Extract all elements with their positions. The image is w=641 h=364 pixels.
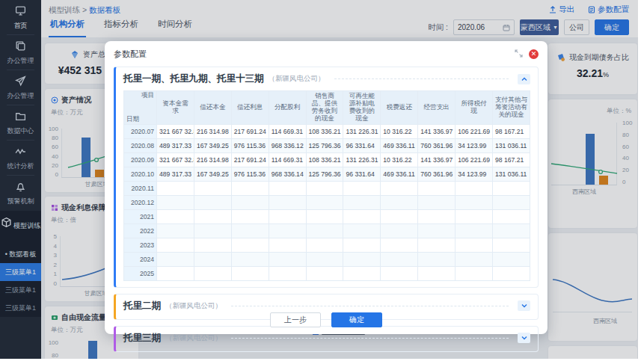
value-cell[interactable] bbox=[493, 195, 530, 209]
value-cell[interactable] bbox=[231, 181, 269, 195]
value-cell[interactable]: 10 316.22 bbox=[381, 124, 418, 138]
value-cell[interactable]: 114 669.31 bbox=[269, 152, 306, 167]
value-cell[interactable] bbox=[343, 238, 381, 252]
value-cell[interactable]: 976 115.36 bbox=[231, 138, 269, 152]
value-cell[interactable] bbox=[418, 238, 456, 252]
value-cell[interactable] bbox=[231, 195, 269, 209]
value-cell[interactable] bbox=[343, 252, 381, 266]
value-cell[interactable]: 96 331.64 bbox=[343, 138, 381, 152]
modal-confirm-button[interactable]: 确定 bbox=[331, 312, 382, 327]
value-cell[interactable] bbox=[381, 209, 418, 223]
value-cell[interactable]: 760 361.96 bbox=[418, 167, 456, 181]
value-cell[interactable] bbox=[418, 195, 456, 209]
value-cell[interactable] bbox=[418, 252, 456, 266]
value-cell[interactable]: 217 691.24 bbox=[231, 124, 269, 138]
value-cell[interactable] bbox=[456, 223, 493, 238]
value-cell[interactable]: 98 167.21 bbox=[493, 152, 530, 167]
value-cell[interactable] bbox=[194, 238, 231, 252]
value-cell[interactable]: 106 221.69 bbox=[456, 152, 493, 167]
value-cell[interactable]: 106 221.69 bbox=[456, 124, 493, 138]
value-cell[interactable]: 489 317.33 bbox=[157, 167, 194, 181]
value-cell[interactable] bbox=[269, 252, 306, 266]
fullscreen-icon[interactable] bbox=[515, 47, 523, 61]
value-cell[interactable] bbox=[269, 195, 306, 209]
value-cell[interactable] bbox=[381, 238, 418, 252]
value-cell[interactable] bbox=[493, 209, 530, 223]
value-cell[interactable] bbox=[231, 266, 269, 280]
value-cell[interactable] bbox=[157, 195, 194, 209]
value-cell[interactable] bbox=[456, 252, 493, 266]
chevron-down-icon[interactable] bbox=[518, 300, 530, 311]
value-cell[interactable] bbox=[306, 238, 343, 252]
value-cell[interactable] bbox=[194, 266, 231, 280]
value-cell[interactable] bbox=[157, 266, 194, 280]
value-cell[interactable] bbox=[493, 223, 530, 238]
value-cell[interactable] bbox=[381, 266, 418, 280]
section-header[interactable]: 托里二期 （新疆风电公司） bbox=[123, 300, 530, 312]
value-cell[interactable] bbox=[157, 223, 194, 238]
value-cell[interactable] bbox=[493, 238, 530, 252]
value-cell[interactable]: 141 336.97 bbox=[418, 124, 456, 138]
value-cell[interactable] bbox=[306, 252, 343, 266]
value-cell[interactable]: 34 123.99 bbox=[456, 138, 493, 152]
chevron-down-icon[interactable] bbox=[518, 333, 530, 343]
value-cell[interactable] bbox=[157, 252, 194, 266]
value-cell[interactable]: 131 036.11 bbox=[493, 138, 530, 152]
value-cell[interactable] bbox=[493, 266, 530, 280]
value-cell[interactable] bbox=[306, 195, 343, 209]
value-cell[interactable] bbox=[269, 223, 306, 238]
value-cell[interactable]: 114 669.31 bbox=[269, 124, 306, 138]
value-cell[interactable] bbox=[269, 266, 306, 280]
value-cell[interactable] bbox=[456, 195, 493, 209]
value-cell[interactable]: 216 314.98 bbox=[194, 124, 231, 138]
value-cell[interactable]: 968 336.14 bbox=[269, 167, 306, 181]
value-cell[interactable] bbox=[493, 181, 530, 195]
value-cell[interactable] bbox=[306, 266, 343, 280]
value-cell[interactable] bbox=[343, 181, 381, 195]
value-cell[interactable] bbox=[418, 223, 456, 238]
value-cell[interactable]: 760 361.96 bbox=[418, 138, 456, 152]
value-cell[interactable]: 141 336.97 bbox=[418, 152, 456, 167]
value-cell[interactable] bbox=[231, 238, 269, 252]
value-cell[interactable] bbox=[381, 181, 418, 195]
value-cell[interactable] bbox=[381, 252, 418, 266]
value-cell[interactable]: 167 349.25 bbox=[194, 167, 231, 181]
value-cell[interactable]: 469 336.11 bbox=[381, 167, 418, 181]
value-cell[interactable]: 976 115.36 bbox=[231, 167, 269, 181]
value-cell[interactable] bbox=[157, 238, 194, 252]
value-cell[interactable]: 131 036.11 bbox=[493, 167, 530, 181]
value-cell[interactable] bbox=[306, 209, 343, 223]
value-cell[interactable] bbox=[456, 238, 493, 252]
value-cell[interactable]: 125 796.36 bbox=[306, 138, 343, 152]
value-cell[interactable] bbox=[343, 266, 381, 280]
value-cell[interactable] bbox=[381, 195, 418, 209]
value-cell[interactable]: 131 226.31 bbox=[343, 152, 381, 167]
value-cell[interactable]: 34 123.99 bbox=[456, 167, 493, 181]
value-cell[interactable] bbox=[456, 181, 493, 195]
value-cell[interactable] bbox=[231, 209, 269, 223]
value-cell[interactable] bbox=[231, 223, 269, 238]
value-cell[interactable] bbox=[306, 181, 343, 195]
value-cell[interactable] bbox=[381, 223, 418, 238]
value-cell[interactable]: 131 226.31 bbox=[343, 124, 381, 138]
previous-step-button[interactable]: 上一步 bbox=[270, 312, 321, 327]
value-cell[interactable]: 489 317.33 bbox=[157, 138, 194, 152]
section-header[interactable]: 托里三期 （新疆风电公司） bbox=[123, 332, 530, 345]
value-cell[interactable] bbox=[456, 266, 493, 280]
value-cell[interactable] bbox=[269, 238, 306, 252]
value-cell[interactable]: 108 336.21 bbox=[306, 152, 343, 167]
value-cell[interactable]: 216 314.98 bbox=[194, 152, 231, 167]
value-cell[interactable] bbox=[418, 209, 456, 223]
value-cell[interactable] bbox=[343, 195, 381, 209]
value-cell[interactable] bbox=[157, 209, 194, 223]
section-header[interactable]: 托里一期、托里九期、托里十三期 （新疆风电公司） bbox=[123, 73, 530, 85]
value-cell[interactable] bbox=[418, 181, 456, 195]
value-cell[interactable]: 321 667 32.89 bbox=[157, 152, 194, 167]
value-cell[interactable] bbox=[269, 209, 306, 223]
value-cell[interactable]: 469 336.11 bbox=[381, 138, 418, 152]
value-cell[interactable] bbox=[269, 181, 306, 195]
chevron-up-icon[interactable] bbox=[518, 74, 530, 84]
value-cell[interactable] bbox=[493, 252, 530, 266]
value-cell[interactable] bbox=[194, 209, 231, 223]
value-cell[interactable] bbox=[306, 223, 343, 238]
